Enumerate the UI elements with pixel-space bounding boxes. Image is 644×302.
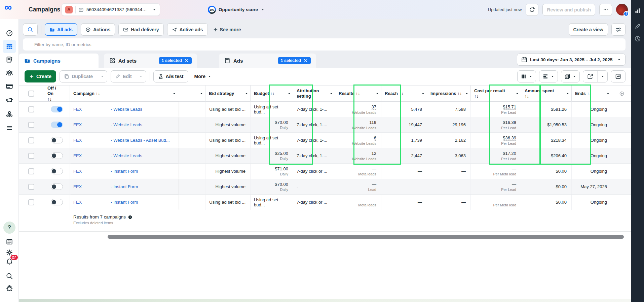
results-value[interactable]: — [372,182,376,187]
charts-button[interactable] [611,70,626,82]
chevron-down-icon[interactable] [465,92,469,96]
view-settings-button[interactable] [611,23,626,36]
campaign-toggle[interactable] [51,199,63,205]
results-value[interactable]: — [372,197,376,202]
more-menu-button[interactable]: More [192,74,214,79]
horizontal-scrollbar-thumb[interactable] [108,235,624,239]
sidebar-all-tools[interactable] [6,124,13,132]
export-dropdown[interactable] [597,71,607,82]
campaign-link[interactable]: FEX- Instant Form [73,169,175,174]
header-attribution-setting[interactable]: Attribution setting [293,86,335,102]
row-checkbox[interactable] [28,137,34,143]
sidebar-account-overview[interactable] [6,29,13,37]
campaign-link[interactable]: FEX- Website Leads [73,122,175,127]
campaign-link[interactable]: FEX- Instant Form [73,200,175,205]
refresh-button[interactable] [526,4,538,16]
table-row[interactable]: FEX- Instant Form Highest volume $70.00D… [19,179,631,195]
filter-actions[interactable]: Actions [81,23,115,36]
user-avatar[interactable]: f [616,4,628,15]
sidebar-updates[interactable] [6,238,13,245]
sidebar-billing[interactable] [6,82,13,90]
campaign-toggle[interactable] [51,122,63,128]
ab-test-button[interactable]: A/B test [153,70,188,82]
header-impressions[interactable]: Impressions ↑↓ [427,86,471,102]
chevron-down-icon[interactable] [199,92,203,96]
row-checkbox[interactable] [28,153,34,159]
edit-button[interactable]: Edit [111,71,136,82]
date-range-picker[interactable]: Last 30 days: Jun 3, 2025 – Jul 2, 2025 [517,54,626,66]
results-value[interactable]: 12 [372,151,376,156]
review-publish-button[interactable]: Review and publish [542,4,595,16]
chevron-down-icon[interactable] [375,92,379,96]
table-row[interactable]: FEX- Website Leads Using ad set bid ... … [19,102,631,117]
cost-per-result-value[interactable]: — [512,182,516,187]
cost-per-result-value[interactable]: — [512,197,516,202]
sidebar-notifications[interactable]: 27 [6,258,13,267]
duplicate-button[interactable]: Duplicate [60,71,97,82]
columns-button[interactable] [517,70,536,82]
close-icon[interactable] [184,58,189,63]
create-a-view-button[interactable]: Create a view [569,23,608,36]
campaign-link[interactable]: FEX- Website Leads [73,153,175,158]
chevron-down-icon[interactable] [172,92,176,96]
search-button[interactable] [23,23,38,36]
row-checkbox[interactable] [28,184,34,190]
filter-had-delivery[interactable]: Had delivery [118,23,163,36]
sidebar-audiences[interactable] [6,69,13,76]
duplicate-dropdown[interactable] [97,71,107,82]
row-checkbox[interactable] [28,122,34,128]
tab-ad-sets[interactable]: Ad sets 1 selected [104,54,197,68]
tab-campaigns[interactable]: Campaigns [19,54,99,68]
header-reach[interactable]: Reach ↑↓ [381,86,427,102]
ads-selected-chip[interactable]: 1 selected [278,57,311,64]
chevron-down-icon[interactable] [244,92,249,96]
sidebar-ads-reporting[interactable] [6,96,13,104]
meta-logo-icon[interactable]: ∞ [4,1,11,13]
chevron-down-icon[interactable] [515,92,519,96]
cost-per-result-value[interactable]: $36.39 [503,135,516,141]
more-options-button[interactable] [599,4,612,16]
tab-ads[interactable]: Ads 1 selected [219,54,316,68]
chevron-down-icon[interactable] [421,92,425,96]
sidebar-business-assets[interactable] [6,110,13,118]
table-row[interactable]: FEX- Instant Form Highest volume $71.00D… [19,164,631,179]
results-value[interactable]: 6 [374,135,376,141]
edit-shortcut[interactable] [634,23,641,30]
help-button[interactable]: ? [3,222,15,234]
cost-per-result-value[interactable]: $16.39 [503,120,516,125]
insights-shortcut[interactable] [634,7,641,14]
close-icon[interactable] [303,58,308,63]
create-button[interactable]: Create [25,70,56,82]
filter-active-ads[interactable]: Active ads [167,23,208,36]
reports-button[interactable] [561,70,580,82]
campaign-toggle[interactable] [51,106,63,112]
campaign-toggle[interactable] [51,168,63,174]
results-value[interactable]: — [372,166,376,171]
opportunity-score[interactable]: 100 Opportunity score [208,3,265,16]
add-column-button[interactable] [612,86,631,102]
filter-all-ads[interactable]: All ads [45,23,77,36]
header-bid-strategy[interactable]: Bid strategy [205,86,251,102]
table-row[interactable]: FEX- Instant Form Using ad set bid ... U… [19,195,631,210]
info-icon[interactable] [128,215,132,220]
see-more-button[interactable]: See more [211,27,243,32]
campaign-toggle[interactable] [51,183,63,190]
row-checkbox[interactable] [28,199,34,205]
header-off-on[interactable]: Off / On↑↓ [44,86,70,102]
header-cost-per-result[interactable]: Cost per result↑↓ [471,86,521,102]
chevron-down-icon[interactable] [329,92,333,96]
breakdown-button[interactable] [539,70,558,82]
sidebar-pages[interactable] [6,56,13,63]
sidebar-report-bug[interactable] [6,284,13,292]
ad-sets-selected-chip[interactable]: 1 selected [159,57,192,64]
select-all-checkbox[interactable] [28,91,34,97]
cost-per-result-value[interactable]: $15.71 [503,104,516,110]
row-checkbox[interactable] [28,168,34,174]
header-ends[interactable]: Ends ↑↓ [572,86,612,102]
header-campaign[interactable]: Campaign ↑↓ [70,86,178,102]
cost-per-result-value[interactable]: $17.20 [503,151,516,156]
chevron-down-icon[interactable] [566,92,570,96]
chevron-down-icon[interactable] [287,92,291,96]
campaign-link[interactable]: FEX- Website Leads - Adset Bud... [73,138,175,143]
cost-per-result-value[interactable]: — [512,166,516,171]
